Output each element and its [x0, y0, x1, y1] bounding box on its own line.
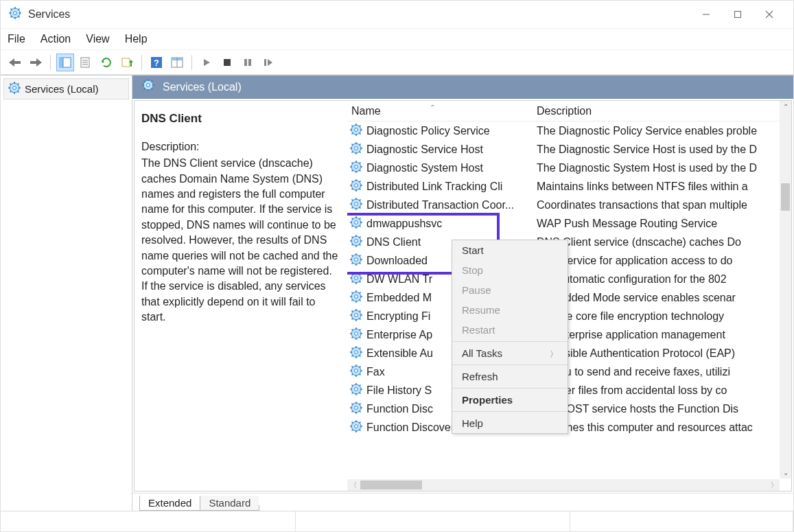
- pause-service-button[interactable]: [239, 54, 257, 71]
- minimize-button[interactable]: [690, 3, 722, 25]
- gear-icon: [350, 198, 362, 213]
- hscroll-thumb[interactable]: [360, 481, 422, 489]
- service-name: dmwappushsvc: [366, 218, 442, 230]
- gear-icon: [350, 402, 362, 417]
- context-menu: Start Stop Pause Resume Restart All Task…: [452, 240, 568, 434]
- gear-icon: [350, 327, 362, 343]
- main-body: Services (Local) Services (Local) DNS Cl…: [1, 75, 793, 511]
- gear-icon: [350, 179, 362, 194]
- scroll-right-icon[interactable]: 〉: [768, 481, 780, 490]
- scroll-up-icon[interactable]: ⌃: [780, 101, 791, 113]
- service-row[interactable]: Faxles you to send and receive faxes, ut…: [347, 362, 791, 381]
- service-row[interactable]: Downloadedlows service for application a…: [347, 251, 791, 270]
- menu-bar: File Action View Help: [1, 28, 793, 50]
- context-menu-refresh[interactable]: Refresh: [452, 367, 568, 386]
- context-menu-resume[interactable]: Resume: [452, 300, 568, 320]
- service-row[interactable]: Embedded MEmbedded Mode service enables …: [347, 288, 791, 307]
- vertical-scrollbar[interactable]: ⌃ ⌄: [780, 101, 791, 478]
- services-window: Services File Action View Help ?: [0, 0, 794, 532]
- back-button[interactable]: [6, 54, 24, 71]
- svg-rect-11: [735, 12, 741, 18]
- svg-rect-17: [30, 61, 36, 64]
- properties-button[interactable]: [77, 54, 95, 71]
- gear-icon: [350, 216, 362, 231]
- service-description: les enterprise application management: [533, 329, 791, 341]
- service-row[interactable]: Distributed Link Tracking CliMaintains l…: [347, 177, 791, 196]
- title-bar: Services: [1, 1, 793, 28]
- start-service-button[interactable]: [198, 54, 215, 71]
- service-name: Distributed Transaction Coor...: [366, 199, 514, 211]
- service-name: Fax: [366, 366, 385, 378]
- refresh-button[interactable]: [97, 54, 115, 71]
- context-menu-start[interactable]: Start: [452, 240, 568, 260]
- tree-pane: Services (Local): [1, 76, 132, 511]
- service-description: des the core file encryption technology: [533, 310, 791, 323]
- menu-file[interactable]: File: [8, 33, 25, 45]
- stop-service-button[interactable]: [218, 54, 236, 71]
- service-row[interactable]: Diagnostic Policy ServiceThe Diagnostic …: [347, 122, 791, 140]
- context-menu-restart[interactable]: Restart: [452, 320, 568, 340]
- menu-help[interactable]: Help: [125, 33, 148, 45]
- svg-marker-14: [9, 58, 14, 67]
- column-header-description[interactable]: Description: [533, 105, 791, 117]
- service-name: Encrypting Fi: [366, 310, 430, 323]
- menu-action[interactable]: Action: [40, 33, 71, 45]
- column-header-name[interactable]: Name ⌃: [347, 105, 533, 117]
- column-chooser-button[interactable]: [168, 54, 186, 71]
- tab-extended[interactable]: Extended: [139, 496, 200, 511]
- service-row[interactable]: dmwappushsvcWAP Push Message Routing Ser…: [347, 214, 791, 233]
- context-menu-pause[interactable]: Pause: [452, 280, 568, 300]
- svg-rect-35: [224, 59, 231, 66]
- content-header: Services (Local): [132, 76, 793, 99]
- service-row[interactable]: Extensible AuExtensible Authentication P…: [347, 344, 791, 362]
- service-description: FDPHOST service hosts the Function Dis: [533, 403, 791, 415]
- detail-panel: DNS Client Description: The DNS Client s…: [135, 101, 347, 491]
- service-rows[interactable]: Diagnostic Policy ServiceThe Diagnostic …: [347, 122, 791, 491]
- menu-view[interactable]: View: [86, 33, 109, 45]
- service-row[interactable]: Distributed Transaction Coor...Coordinat…: [347, 196, 791, 214]
- close-button[interactable]: [754, 3, 785, 25]
- gear-icon: [350, 365, 362, 380]
- service-description: The Diagnostic Policy Service enables pr…: [533, 125, 791, 137]
- service-description: The Diagnostic Service Host is used by t…: [533, 143, 791, 156]
- gear-icon: [350, 272, 362, 287]
- export-list-button[interactable]: [118, 54, 136, 71]
- service-row[interactable]: Diagnostic Service HostThe Diagnostic Se…: [347, 140, 791, 159]
- service-row[interactable]: Enterprise Aples enterprise application …: [347, 325, 791, 344]
- service-name: DNS Client: [366, 236, 421, 248]
- service-list-panel: Name ⌃ Description Diagnostic Policy Ser…: [347, 101, 791, 491]
- help-button[interactable]: ?: [148, 54, 165, 71]
- show-hide-tree-button[interactable]: [56, 54, 74, 71]
- content-header-title: Services (Local): [163, 81, 242, 93]
- service-row[interactable]: Function Discovery Resourc...Publishes t…: [347, 418, 791, 437]
- restart-service-button[interactable]: [259, 54, 277, 71]
- context-menu-all-tasks[interactable]: All Tasks〉: [452, 343, 568, 363]
- context-menu-help[interactable]: Help: [452, 413, 568, 433]
- gear-icon: [350, 161, 362, 176]
- maximize-button[interactable]: [722, 3, 754, 25]
- column-headers: Name ⌃ Description: [347, 101, 791, 122]
- tab-standard[interactable]: Standard: [200, 496, 259, 511]
- horizontal-scrollbar[interactable]: 〈 〉: [347, 479, 780, 491]
- service-row[interactable]: DW WLAN Trdes automatic configuration fo…: [347, 270, 791, 288]
- svg-text:?: ?: [154, 58, 159, 68]
- scroll-left-icon[interactable]: 〈: [347, 481, 359, 490]
- scroll-down-icon[interactable]: ⌄: [780, 467, 791, 478]
- tree-item-services-local[interactable]: Services (Local): [3, 78, 129, 100]
- toolbar: ?: [1, 50, 793, 75]
- gear-icon: [350, 235, 362, 250]
- content-pane: Services (Local) DNS Client Description:…: [132, 76, 793, 511]
- context-menu-stop[interactable]: Stop: [452, 260, 568, 280]
- svg-rect-37: [248, 59, 251, 66]
- forward-button[interactable]: [27, 54, 45, 71]
- service-row[interactable]: File History Scts user files from accide…: [347, 381, 791, 400]
- service-name: Diagnostic System Host: [366, 162, 483, 174]
- context-menu-properties[interactable]: Properties: [452, 390, 568, 410]
- service-row[interactable]: Diagnostic System HostThe Diagnostic Sys…: [347, 159, 791, 177]
- service-description: Maintains links between NTFS files withi…: [533, 181, 791, 193]
- service-row[interactable]: Function DiscFDPHOST service hosts the F…: [347, 400, 791, 418]
- service-row[interactable]: DNS ClientDNS Client service (dnscache) …: [347, 233, 791, 251]
- svg-marker-16: [36, 58, 42, 67]
- scroll-thumb[interactable]: [781, 183, 790, 211]
- service-row[interactable]: Encrypting Fides the core file encryptio…: [347, 307, 791, 325]
